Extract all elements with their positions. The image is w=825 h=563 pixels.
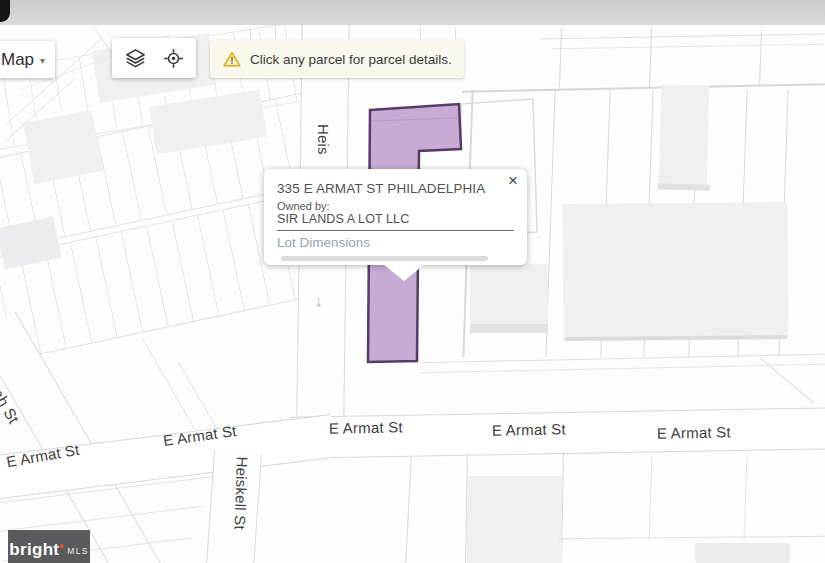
logo-mls-text: MLS: [67, 546, 88, 556]
parcel-line: [649, 456, 653, 540]
parcel-hint-banner: Click any parcel for parcel details.: [210, 40, 464, 78]
browser-top-strip: [0, 0, 825, 25]
parcel-block: [659, 84, 710, 187]
parcel-block: [565, 335, 787, 341]
crosshair-icon: [162, 47, 185, 70]
parcel-block: [562, 202, 788, 341]
street-label-armat: E Armat St: [657, 423, 731, 441]
layers-button[interactable]: [123, 46, 147, 70]
parcel-block: [658, 183, 710, 190]
parcel-line: [420, 364, 825, 373]
locate-button[interactable]: [161, 46, 185, 70]
warning-triangle-icon: [222, 49, 242, 69]
owner-name: SIR LANDS A LOT LLC: [277, 212, 409, 226]
popup-divider: [277, 230, 514, 231]
lot-dimensions-link[interactable]: Lot Dimensions: [277, 235, 370, 250]
street-label-armat: E Armat St: [329, 418, 403, 436]
map-controls: [112, 38, 196, 78]
parcel-line: [552, 44, 824, 50]
parcel-line: [420, 26, 421, 40]
layers-icon: [124, 47, 147, 70]
close-icon[interactable]: ×: [508, 172, 518, 189]
map-type-label: Map: [1, 50, 34, 70]
map-type-button[interactable]: Map ▾: [0, 41, 55, 78]
popup-tail: [383, 264, 425, 281]
street-label-heiskell-south: Heiskell St: [231, 456, 251, 530]
parcel-line: [540, 34, 825, 40]
parcel-popup: × 335 E ARMAT ST PHILADELPHIA Owned by: …: [264, 169, 527, 265]
logo-spark-icon: [60, 544, 64, 548]
parcel-line: [275, 26, 276, 39]
parcel-address: 335 E ARMAT ST PHILADELPHIA: [277, 181, 485, 196]
parcel-block: [467, 476, 562, 563]
parcel-line: [558, 536, 825, 539]
parcel-line: [759, 30, 762, 86]
parcel-block: [695, 543, 790, 563]
parcel-block: [470, 324, 548, 333]
logo-brand-text: bright: [9, 543, 59, 557]
parcel-block: [23, 110, 104, 184]
popup-scrollbar[interactable]: [281, 256, 488, 261]
parcel-line: [462, 83, 825, 93]
parcel-line: [250, 27, 251, 40]
one-way-arrow: ↓: [315, 292, 323, 309]
parcel-line: [744, 456, 748, 540]
banner-text: Click any parcel for parcel details.: [250, 52, 452, 67]
parcel-line: [455, 27, 456, 39]
street-label-armat: E Armat St: [492, 420, 566, 438]
bright-mls-logo: bright MLS: [8, 530, 90, 563]
street-label-heiskell-north: Heis: [315, 124, 332, 155]
map-app: E Armat St E Armat St E Armat St E Armat…: [0, 0, 825, 563]
owned-by-label: Owned by:: [277, 200, 330, 212]
parcel-block: [470, 264, 548, 326]
chevron-down-icon: ▾: [40, 55, 45, 66]
parcel-line: [405, 457, 412, 563]
